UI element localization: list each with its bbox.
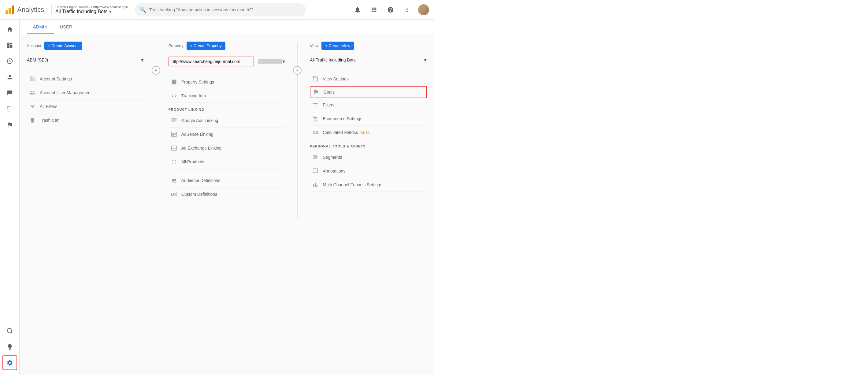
property-url-field: http://www.searchenginejournal.com bbox=[168, 57, 254, 66]
property-settings-item[interactable]: Property Settings bbox=[168, 75, 285, 89]
goals-item[interactable]: Goals bbox=[310, 86, 427, 98]
all-products-item[interactable]: All Products bbox=[168, 155, 285, 169]
audience-definitions-item[interactable]: Audience Definitions bbox=[168, 174, 285, 187]
google-ads-linking-item[interactable]: Google Ads Linking bbox=[168, 114, 285, 128]
content-area: ADMIN USER Account + Create Account ABM … bbox=[20, 20, 434, 375]
view-column: View + Create View All Traffic Including… bbox=[298, 41, 427, 218]
tracking-info-text: Tracking Info bbox=[181, 93, 206, 98]
sidebar-item-flag[interactable] bbox=[2, 118, 17, 132]
svg-rect-9 bbox=[172, 133, 176, 134]
sidebar-item-conversions[interactable] bbox=[2, 86, 17, 100]
sidebar-item-settings[interactable] bbox=[2, 355, 17, 370]
breadcrumb-sub: Search Engine Journal > http://www.searc… bbox=[55, 5, 131, 9]
trash-can-text: Trash Can bbox=[40, 118, 60, 123]
breadcrumb-main[interactable]: All Traffic Including Bots ▾ bbox=[55, 9, 131, 14]
tabs-bar: ADMIN USER bbox=[20, 20, 434, 34]
header-actions bbox=[352, 4, 429, 15]
account-settings-item[interactable]: Account Settings bbox=[27, 72, 144, 86]
view-settings-text: View Settings bbox=[323, 76, 349, 81]
all-products-text: All Products bbox=[181, 159, 204, 164]
logo-text: Analytics bbox=[17, 6, 44, 14]
breadcrumb-area: Search Engine Journal > http://www.searc… bbox=[51, 5, 131, 14]
ad-exchange-item[interactable]: Ad Exchange Linking bbox=[168, 141, 285, 155]
view-dropdown[interactable]: All Traffic Including Bots ▾ bbox=[310, 54, 427, 66]
account-label: Account bbox=[27, 43, 41, 48]
help-button[interactable] bbox=[385, 4, 396, 15]
svg-point-16 bbox=[175, 160, 176, 161]
segments-icon bbox=[312, 154, 318, 160]
notification-bell-button[interactable] bbox=[352, 4, 363, 15]
sidebar-item-home[interactable] bbox=[2, 22, 17, 37]
calculated-metrics-icon: Dd bbox=[312, 129, 318, 135]
calculated-metrics-text: Calculated Metrics BETA bbox=[323, 130, 370, 135]
property-column: Property + Create Property http://www.se… bbox=[156, 41, 298, 218]
view-filters-text: Filters bbox=[323, 102, 334, 107]
search-bar[interactable]: 🔍 bbox=[134, 3, 306, 17]
audience-definitions-text: Audience Definitions bbox=[181, 178, 220, 183]
svg-rect-4 bbox=[171, 118, 177, 119]
all-filters-item[interactable]: All Filters bbox=[27, 100, 144, 114]
svg-rect-2 bbox=[11, 5, 14, 14]
view-settings-icon bbox=[312, 76, 318, 82]
filter-icon bbox=[29, 103, 35, 110]
search-input[interactable] bbox=[149, 7, 301, 12]
property-dropdown[interactable]: http://www.searchenginejournal.com ▾ bbox=[168, 54, 285, 69]
create-account-button[interactable]: + Create Account bbox=[44, 41, 82, 50]
svg-rect-0 bbox=[5, 10, 8, 14]
adsense-linking-item[interactable]: AdSense Linking bbox=[168, 128, 285, 141]
adsense-text: AdSense Linking bbox=[181, 132, 214, 137]
sidebar-item-user[interactable] bbox=[2, 70, 17, 85]
custom-definitions-item[interactable]: Dd Custom Definitions bbox=[168, 187, 285, 201]
svg-rect-7 bbox=[171, 121, 175, 122]
tracking-info-item[interactable]: Tracking Info bbox=[168, 89, 285, 103]
view-filters-item[interactable]: Filters bbox=[310, 98, 427, 112]
view-settings-item[interactable]: View Settings bbox=[310, 72, 427, 86]
account-dropdown[interactable]: ABM (SEJ) ▾ bbox=[27, 54, 144, 66]
property-dropdown-arrow-icon: ▾ bbox=[282, 58, 285, 65]
ecommerce-settings-item[interactable]: Ecommerce Settings bbox=[310, 112, 427, 126]
trash-can-item[interactable]: Trash Can bbox=[27, 114, 144, 127]
tab-admin[interactable]: ADMIN bbox=[27, 20, 54, 34]
beta-badge: BETA bbox=[360, 131, 370, 134]
sidebar-item-bulb[interactable] bbox=[2, 340, 17, 354]
tab-user[interactable]: USER bbox=[54, 20, 79, 34]
search-icon: 🔍 bbox=[140, 6, 146, 13]
multi-channel-text: Multi-Channel Funnels Settings bbox=[323, 182, 382, 187]
custom-definitions-text: Custom Definitions bbox=[181, 192, 217, 197]
view-col-header: View + Create View bbox=[310, 41, 427, 50]
view-label: View bbox=[310, 43, 318, 48]
all-filters-text: All Filters bbox=[40, 104, 58, 109]
product-linking-label: PRODUCT LINKING bbox=[168, 108, 285, 111]
property-settings-icon bbox=[171, 79, 177, 85]
annotations-icon bbox=[312, 168, 318, 174]
ad-exchange-icon bbox=[171, 145, 177, 151]
account-user-management-item[interactable]: Account User Management bbox=[27, 86, 144, 100]
sidebar-item-reports[interactable] bbox=[2, 38, 17, 53]
google-ads-icon bbox=[171, 118, 177, 124]
goals-text: Goals bbox=[323, 90, 335, 95]
view-dropdown-value: All Traffic Including Bots bbox=[310, 58, 424, 62]
svg-rect-5 bbox=[171, 120, 177, 120]
view-filter-icon bbox=[312, 102, 318, 108]
all-products-icon bbox=[171, 159, 177, 165]
svg-point-3 bbox=[7, 329, 11, 333]
more-options-button[interactable] bbox=[402, 4, 412, 15]
building-icon bbox=[29, 76, 35, 82]
account-user-mgmt-text: Account User Management bbox=[40, 90, 92, 95]
create-view-button[interactable]: + Create View bbox=[321, 41, 354, 50]
calculated-metrics-item[interactable]: Dd Calculated Metrics BETA bbox=[310, 126, 427, 139]
sidebar-item-table[interactable] bbox=[2, 101, 17, 116]
sidebar-item-clock[interactable] bbox=[2, 54, 17, 68]
ecommerce-icon bbox=[312, 116, 318, 122]
create-property-button[interactable]: + Create Property bbox=[187, 41, 225, 50]
account-column: Account + Create Account ABM (SEJ) ▾ Acc… bbox=[27, 41, 156, 218]
ad-exchange-text: Ad Exchange Linking bbox=[181, 146, 222, 151]
avatar[interactable] bbox=[418, 4, 429, 15]
segments-item[interactable]: Segments bbox=[310, 151, 427, 164]
svg-rect-10 bbox=[172, 134, 176, 134]
sidebar-item-search[interactable] bbox=[2, 323, 17, 338]
apps-button[interactable] bbox=[369, 4, 379, 15]
multi-channel-item[interactable]: Multi-Channel Funnels Settings bbox=[310, 178, 427, 192]
annotations-item[interactable]: Annotations bbox=[310, 164, 427, 178]
property-blur bbox=[258, 59, 282, 64]
